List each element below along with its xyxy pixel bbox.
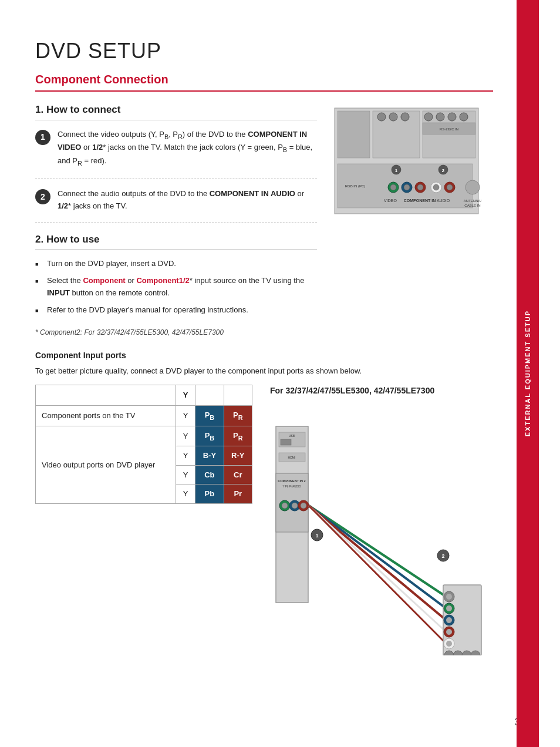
diagram-right: For 32/37/42/47/55LE5300, 42/47/55LE7300… [270, 385, 493, 659]
svg-text:2: 2 [441, 553, 444, 559]
svg-point-9 [448, 113, 456, 121]
header-pb: PB [195, 385, 224, 406]
dvd-pb-3: Cb [195, 465, 224, 484]
svg-point-47 [292, 503, 298, 509]
svg-rect-1 [338, 111, 370, 158]
tv-pb: PB [195, 405, 224, 426]
svg-point-49 [301, 503, 306, 509]
svg-point-19 [390, 184, 396, 190]
header-pr: PR [224, 385, 252, 406]
svg-text:RS-232C IN: RS-232C IN [440, 127, 458, 131]
svg-line-50 [309, 506, 446, 597]
svg-rect-38 [281, 439, 291, 445]
svg-text:ANTENNA/: ANTENNA/ [464, 199, 482, 203]
dvd-pr-3: Cr [224, 465, 252, 484]
diagram-title: For 32/37/42/47/55LE5300, 42/47/55LE7300 [270, 385, 493, 397]
svg-point-10 [460, 113, 468, 121]
svg-line-54 [309, 506, 446, 644]
svg-point-6 [401, 113, 409, 121]
page-container: DVD SETUP Component Connection 1. How to… [0, 0, 560, 747]
svg-point-61 [446, 594, 452, 600]
table-row-tv: Component ports on the TV Y PB PR [36, 405, 252, 426]
svg-text:RGB IN (PC): RGB IN (PC) [345, 184, 366, 188]
dvd-row-label: Video output ports on DVD player [36, 426, 176, 503]
svg-text:USB: USB [289, 434, 295, 438]
tv-diagram-col: RS-232C IN 1 2 [329, 102, 493, 321]
how-to-connect-area: 1. How to connect 1 Connect the video ou… [35, 102, 493, 321]
use-item-2: Select the Component or Component1/2* in… [35, 275, 317, 300]
svg-text:CABLE IN: CABLE IN [464, 204, 480, 207]
instructions-col: 1. How to connect 1 Connect the video ou… [35, 102, 317, 321]
svg-text:VIDEO: VIDEO [384, 198, 397, 203]
svg-point-63 [446, 605, 452, 611]
svg-point-25 [433, 184, 439, 190]
page-title: DVD SETUP [35, 35, 493, 67]
svg-text:1: 1 [315, 533, 318, 539]
dvd-y-3: Y [176, 465, 195, 484]
use-item-1: Turn on the DVD player, insert a DVD. [35, 258, 317, 270]
dvd-pr-2: R-Y [224, 446, 252, 466]
svg-point-69 [446, 641, 452, 647]
right-sidebar: EXTERNAL EQUIPMENT SETUP [517, 0, 539, 747]
dvd-pr-4: Pr [224, 484, 252, 504]
svg-point-65 [446, 617, 452, 623]
svg-text:1: 1 [395, 168, 398, 173]
tv-back-diagram: RS-232C IN 1 2 [332, 102, 490, 220]
tv-row-label: Component ports on the TV [36, 405, 176, 426]
ports-table: Y PB PR Component ports on the TV Y PB P… [35, 385, 252, 504]
svg-text:2: 2 [442, 168, 445, 173]
table-row-dvd-1: Video output ports on DVD player Y PB PR [36, 426, 252, 446]
header-empty [36, 385, 176, 406]
step-2-number: 2 [35, 189, 50, 204]
tv-y: Y [176, 405, 195, 426]
dvd-pb-4: Pb [195, 484, 224, 504]
svg-text:HDMI: HDMI [288, 456, 296, 459]
svg-point-4 [377, 113, 386, 121]
svg-point-27 [447, 184, 453, 190]
lower-area: Y PB PR Component ports on the TV Y PB P… [35, 385, 493, 659]
component-input-title: Component Input ports [35, 349, 493, 362]
diagram-svg-container: USB HDMI COMPONENT IN 2 Y Pb Pr/AUDIO [270, 403, 493, 659]
use-item-3: Refer to the DVD player's manual for ope… [35, 304, 317, 317]
svg-point-5 [389, 113, 397, 121]
footnote: * Component2: For 32/37/42/47/55LE5300, … [35, 327, 493, 338]
step-1-text: Connect the video outputs (Y, PB, PR) of… [58, 129, 317, 169]
svg-point-67 [446, 629, 452, 635]
use-list: Turn on the DVD player, insert a DVD. Se… [35, 258, 317, 316]
dvd-y-4: Y [176, 484, 195, 504]
step-1-number: 1 [35, 130, 50, 145]
svg-point-21 [404, 184, 410, 190]
dvd-y-1: Y [176, 426, 195, 446]
component-input-desc: To get better picture quality, connect a… [35, 365, 493, 377]
svg-point-23 [417, 184, 423, 190]
dvd-y-2: Y [176, 446, 195, 466]
svg-point-31 [465, 180, 480, 194]
svg-line-52 [309, 506, 446, 620]
dvd-pb-1: PB [195, 426, 224, 446]
dvd-pb-2: B-Y [195, 446, 224, 466]
svg-line-53 [309, 506, 446, 632]
svg-point-8 [436, 113, 444, 121]
table-header-row: Y PB PR [36, 385, 252, 406]
svg-line-51 [309, 506, 446, 608]
svg-text:COMPONENT IN 2: COMPONENT IN 2 [278, 479, 305, 483]
how-to-connect-title: 1. How to connect [35, 102, 317, 120]
tv-pr: PR [224, 405, 252, 426]
main-content: DVD SETUP Component Connection 1. How to… [0, 0, 517, 747]
dvd-pr-1: PR [224, 426, 252, 446]
svg-text:COMPONENT IN: COMPONENT IN [404, 198, 436, 203]
component-input-section: Component Input ports To get better pict… [35, 349, 493, 659]
step-2-text: Connect the audio outputs of the DVD to … [58, 188, 317, 213]
svg-point-7 [424, 113, 433, 121]
svg-point-45 [282, 503, 288, 509]
table-col: Y PB PR Component ports on the TV Y PB P… [35, 385, 252, 659]
how-to-use-title: 2. How to use [35, 232, 317, 250]
step-2-block: 2 Connect the audio outputs of the DVD t… [35, 188, 317, 223]
header-y: Y [176, 385, 195, 406]
section-title: Component Connection [35, 70, 493, 92]
step-1-block: 1 Connect the video outputs (Y, PB, PR) … [35, 129, 317, 179]
svg-text:AUDIO: AUDIO [437, 198, 450, 203]
svg-text:Y Pb Pr/AUDIO: Y Pb Pr/AUDIO [283, 485, 301, 488]
sidebar-text: EXTERNAL EQUIPMENT SETUP [523, 310, 533, 436]
connection-diagram: USB HDMI COMPONENT IN 2 Y Pb Pr/AUDIO [270, 403, 487, 655]
